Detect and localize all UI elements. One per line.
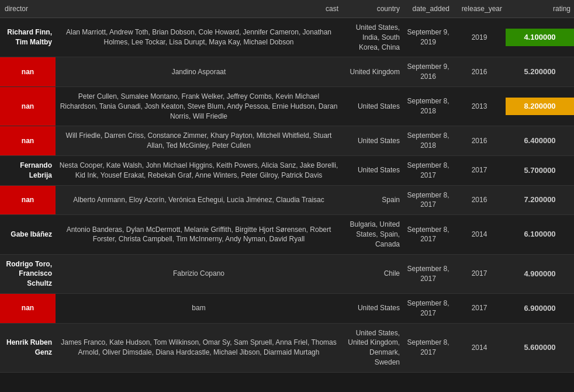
table-row: Fernando LebrijaNesta Cooper, Kate Walsh… [0,155,574,185]
country-cell: United States [342,126,403,156]
table-row: nanPeter Cullen, Sumalee Montano, Frank … [0,86,574,126]
table-row: nanbamUnited StatesSeptember 8, 20172017… [0,293,574,323]
release-year-cell: 2014 [453,215,506,254]
country-cell: United States [342,293,403,323]
rating-cell: 4.900000 [506,254,574,293]
director-cell: nan [0,57,56,87]
date-added-cell: September 8, 2017 [403,155,453,185]
director-cell: Richard Finn, Tim Maltby [0,18,56,57]
director-cell: Fernando Lebrija [0,155,56,185]
country-cell: Spain [342,185,403,215]
rating-cell: 6.100000 [506,215,574,254]
country-cell: United States [342,86,403,126]
table-row: Gabe IbáñezAntonio Banderas, Dylan McDer… [0,215,574,254]
country-cell: United States, United Kingdom, Denmark, … [342,323,403,372]
director-cell: Rodrigo Toro, Francisco Schultz [0,254,56,293]
rating-cell: 4.100000 [506,18,574,57]
cast-cell: Will Friedle, Darren Criss, Constance Zi… [56,126,342,156]
cast-cell: bam [56,293,342,323]
rating-cell: 8.200000 [506,86,574,126]
table-row: Henrik Ruben GenzJames Franco, Kate Huds… [0,323,574,372]
rating-cell: 6.900000 [506,293,574,323]
col-header-rating: rating [506,0,574,18]
country-cell: United Kingdom [342,57,403,87]
director-cell: nan [0,86,56,126]
data-table: director cast country date_added release… [0,0,574,373]
cast-cell: Antonio Banderas, Dylan McDermott, Melan… [56,215,342,254]
country-cell: Bulgaria, United States, Spain, Canada [342,215,403,254]
date-added-cell: September 8, 2017 [403,185,453,215]
date-added-cell: September 9, 2019 [403,18,453,57]
table-row: Richard Finn, Tim MaltbyAlan Marriott, A… [0,18,574,57]
cast-cell: Nesta Cooper, Kate Walsh, John Michael H… [56,155,342,185]
date-added-cell: September 8, 2018 [403,86,453,126]
cast-cell: James Franco, Kate Hudson, Tom Wilkinson… [56,323,342,372]
date-added-cell: September 8, 2017 [403,323,453,372]
country-cell: United States [342,155,403,185]
country-cell: Chile [342,254,403,293]
table-row: nanJandino AsporaatUnited KingdomSeptemb… [0,57,574,87]
rating-badge: 7.200000 [506,191,574,209]
cast-cell: Fabrizio Copano [56,254,342,293]
rating-badge: 5.700000 [506,162,574,179]
col-header-country: country [342,0,403,18]
country-cell: United States, India, South Korea, China [342,18,403,57]
date-added-cell: September 8, 2017 [403,293,453,323]
date-added-cell: September 8, 2017 [403,215,453,254]
table-header-row: director cast country date_added release… [0,0,574,18]
release-year-cell: 2016 [453,126,506,156]
col-header-release-year: release_year [453,0,506,18]
cast-cell: Jandino Asporaat [56,57,342,87]
release-year-cell: 2019 [453,18,506,57]
rating-cell: 5.200000 [506,57,574,87]
rating-badge: 8.200000 [506,98,574,115]
rating-cell: 5.600000 [506,323,574,372]
table-row: nanAlberto Ammann, Eloy Azorín, Verónica… [0,185,574,215]
table-row: nanWill Friedle, Darren Criss, Constance… [0,126,574,156]
release-year-cell: 2017 [453,155,506,185]
release-year-cell: 2017 [453,293,506,323]
rating-badge: 5.200000 [506,63,574,81]
rating-cell: 6.400000 [506,126,574,156]
rating-badge: 6.900000 [506,300,574,317]
release-year-cell: 2016 [453,57,506,87]
date-added-cell: September 9, 2016 [403,57,453,87]
rating-cell: 7.200000 [506,185,574,215]
rating-badge: 6.400000 [506,132,574,150]
rating-badge: 5.600000 [506,339,574,356]
director-cell: nan [0,293,56,323]
director-cell: nan [0,126,56,156]
rating-badge: 4.900000 [506,265,574,283]
date-added-cell: September 8, 2018 [403,126,453,156]
release-year-cell: 2016 [453,185,506,215]
release-year-cell: 2013 [453,86,506,126]
director-cell: Henrik Ruben Genz [0,323,56,372]
col-header-cast: cast [56,0,342,18]
rating-cell: 5.700000 [506,155,574,185]
release-year-cell: 2017 [453,254,506,293]
cast-cell: Alberto Ammann, Eloy Azorín, Verónica Ec… [56,185,342,215]
cast-cell: Peter Cullen, Sumalee Montano, Frank Wel… [56,86,342,126]
col-header-director: director [0,0,56,18]
rating-badge: 4.100000 [506,29,574,46]
cast-cell: Alan Marriott, Andrew Toth, Brian Dobson… [56,18,342,57]
director-cell: Gabe Ibáñez [0,215,56,254]
director-cell: nan [0,185,56,215]
col-header-date-added: date_added [403,0,453,18]
rating-badge: 6.100000 [506,226,574,243]
date-added-cell: September 8, 2017 [403,254,453,293]
release-year-cell: 2014 [453,323,506,372]
table-row: Rodrigo Toro, Francisco SchultzFabrizio … [0,254,574,293]
